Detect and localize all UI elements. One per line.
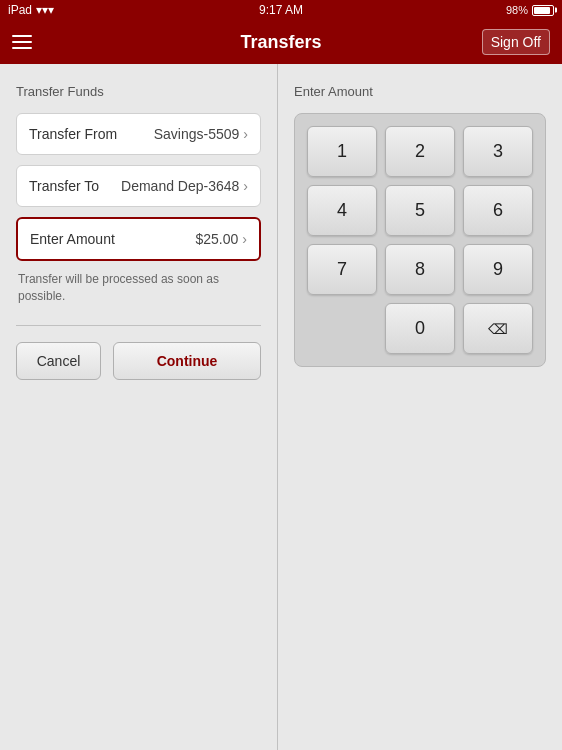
amount-label: Enter Amount <box>30 231 115 247</box>
numpad-key-9[interactable]: 9 <box>463 244 533 295</box>
numpad-key-1[interactable]: 1 <box>307 126 377 177</box>
numpad-key-0[interactable]: 0 <box>385 303 455 354</box>
numpad: 1234567890⌫ <box>294 113 546 367</box>
menu-button[interactable] <box>12 35 32 49</box>
backspace-button[interactable]: ⌫ <box>463 303 533 354</box>
amount-chevron: › <box>242 231 247 247</box>
transfer-from-label: Transfer From <box>29 126 117 142</box>
page-title: Transfers <box>240 32 321 53</box>
main-content: Transfer Funds Transfer From Savings-550… <box>0 64 562 750</box>
battery-percent: 98% <box>506 4 528 16</box>
numpad-key-3[interactable]: 3 <box>463 126 533 177</box>
transfer-from-chevron: › <box>243 126 248 142</box>
battery-icon <box>532 5 554 16</box>
status-bar: iPad ▾▾▾ 9:17 AM 98% <box>0 0 562 20</box>
transfer-to-value: Demand Dep-3648 › <box>121 178 248 194</box>
transfer-to-chevron: › <box>243 178 248 194</box>
numpad-key-8[interactable]: 8 <box>385 244 455 295</box>
numpad-key-7[interactable]: 7 <box>307 244 377 295</box>
divider <box>16 325 261 326</box>
status-right: 98% <box>506 4 554 16</box>
amount-value: $25.00 › <box>196 231 248 247</box>
transfer-funds-title: Transfer Funds <box>16 84 261 99</box>
status-time: 9:17 AM <box>259 3 303 17</box>
transfer-to-row[interactable]: Transfer To Demand Dep-3648 › <box>16 165 261 207</box>
continue-button[interactable]: Continue <box>113 342 261 380</box>
cancel-button[interactable]: Cancel <box>16 342 101 380</box>
left-panel: Transfer Funds Transfer From Savings-550… <box>0 64 278 750</box>
enter-amount-row[interactable]: Enter Amount $25.00 › <box>16 217 261 261</box>
numpad-key-6[interactable]: 6 <box>463 185 533 236</box>
transfer-from-value: Savings-5509 › <box>154 126 248 142</box>
enter-amount-title: Enter Amount <box>294 84 546 99</box>
wifi-icon: ▾▾▾ <box>36 3 54 17</box>
status-left: iPad ▾▾▾ <box>8 3 54 17</box>
transfer-from-row[interactable]: Transfer From Savings-5509 › <box>16 113 261 155</box>
right-panel: Enter Amount 1234567890⌫ <box>278 64 562 750</box>
empty-key <box>307 303 377 354</box>
sign-off-button[interactable]: Sign Off <box>482 29 550 55</box>
button-row: Cancel Continue <box>16 342 261 380</box>
numpad-key-2[interactable]: 2 <box>385 126 455 177</box>
device-label: iPad <box>8 3 32 17</box>
numpad-key-4[interactable]: 4 <box>307 185 377 236</box>
numpad-key-5[interactable]: 5 <box>385 185 455 236</box>
nav-bar: Transfers Sign Off <box>0 20 562 64</box>
transfer-to-label: Transfer To <box>29 178 99 194</box>
helper-text: Transfer will be processed as soon as po… <box>16 271 261 305</box>
